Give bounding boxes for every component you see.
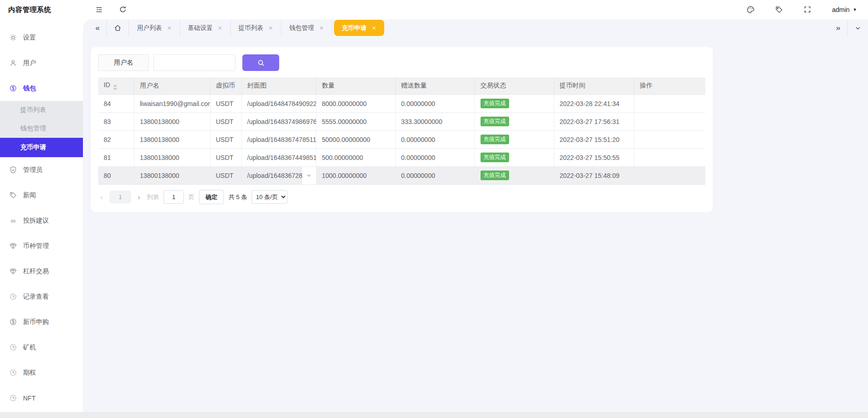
next-page-button[interactable]: ›: [135, 193, 142, 201]
sidebar-item-label: 投拆建议: [23, 217, 49, 225]
close-icon[interactable]: ✕: [319, 25, 324, 31]
sidebar-item-feedback[interactable]: ∞ 投拆建议: [0, 208, 83, 233]
tab-withdraw-list[interactable]: 提币列表 ✕: [231, 19, 281, 36]
sidebar-item-label: 矿机: [23, 343, 36, 352]
cell-status: 充值完成: [475, 130, 554, 148]
table-row-highlighted[interactable]: 80 13800138000 USDT /upload/164836728592…: [98, 166, 705, 184]
cell-amount: 5555.00000000: [316, 112, 395, 130]
cell-time: 2022-03-27 15:50:55: [554, 148, 634, 166]
menu-fold-icon[interactable]: [95, 6, 103, 14]
cell-username: liwaisan1990@gmail.com: [134, 94, 210, 112]
cell-actions: [634, 112, 705, 130]
workspace: « 用户列表 ✕ 基础设置 ✕ 提币列表 ✕: [83, 19, 868, 418]
tab-deposit-apply-active[interactable]: 充币申请 ✕: [334, 20, 384, 36]
caret-down-icon: ▼: [853, 7, 857, 12]
sidebar-item-label: 设置: [23, 34, 36, 42]
tabstrip: « 用户列表 ✕ 基础设置 ✕ 提币列表 ✕: [83, 19, 868, 36]
submenu-item-withdraw-list[interactable]: 提币列表: [0, 101, 83, 119]
close-icon[interactable]: ✕: [167, 25, 171, 31]
tab-label: 提币列表: [239, 24, 264, 32]
submenu-item-wallet-manage[interactable]: 钱包管理: [0, 119, 83, 138]
horizontal-scrollbar[interactable]: [0, 412, 868, 418]
search-field-selector[interactable]: 用户名: [98, 54, 149, 71]
sidebar-item-settings[interactable]: 设置: [0, 25, 83, 50]
cell-coin: USDT: [210, 148, 241, 166]
user-icon: [9, 59, 17, 67]
column-header-id[interactable]: ID: [98, 77, 134, 94]
tab-label: 充币申请: [342, 24, 367, 32]
wallet-submenu: 提币列表 钱包管理 充币申请: [0, 101, 83, 157]
cell-time: 2022-03-27 15:51:20: [554, 130, 634, 148]
cell-cover: /upload/1648367285922126.: [241, 166, 316, 184]
gear-icon: [9, 34, 17, 41]
home-icon[interactable]: [107, 24, 129, 32]
tab-wallet-manage[interactable]: 钱包管理 ✕: [282, 19, 332, 36]
goto-unit-label: 页: [188, 193, 194, 201]
clock-icon: [9, 369, 17, 377]
cell-id: 81: [98, 148, 134, 166]
fullscreen-icon[interactable]: [803, 6, 812, 14]
submenu-item-label: 钱包管理: [20, 124, 46, 133]
cell-cover: /upload/1648367449851889...: [241, 148, 316, 166]
topbar: admin ▼: [83, 0, 868, 19]
status-badge: 充值完成: [481, 135, 509, 144]
sidebar-item-records[interactable]: 记录查看: [0, 284, 83, 309]
column-header-actions: 操作: [634, 77, 705, 94]
theme-palette-icon[interactable]: [746, 6, 755, 14]
sidebar-item-admins[interactable]: 管理员: [0, 157, 83, 183]
sidebar-item-leverage[interactable]: 杠杆交易: [0, 259, 83, 284]
sidebar-item-coin-manage[interactable]: 币种管理: [0, 233, 83, 259]
table-row[interactable]: 83 13800138000 USDT /upload/164837498697…: [98, 112, 705, 130]
status-badge: 充值完成: [481, 99, 509, 108]
goto-confirm-button[interactable]: 确定: [199, 190, 224, 204]
cell-username: 13800138000: [134, 130, 210, 148]
status-badge: 充值完成: [481, 171, 509, 180]
tag-icon[interactable]: [775, 6, 783, 14]
tab-user-list[interactable]: 用户列表 ✕: [129, 19, 179, 36]
tab-basic-settings[interactable]: 基础设置 ✕: [180, 19, 230, 36]
table-row[interactable]: 84 liwaisan1990@gmail.com USDT /upload/1…: [98, 94, 705, 112]
page-number-button[interactable]: 1: [110, 191, 131, 203]
prev-page-button[interactable]: ‹: [98, 193, 105, 201]
sidebar-item-nft[interactable]: NFT: [0, 385, 83, 411]
submenu-item-deposit-apply[interactable]: 充币申请: [0, 138, 83, 157]
close-icon[interactable]: ✕: [372, 25, 376, 31]
pagination: ‹ 1 › 到第 页 确定 共 5 条 10 条/页: [98, 190, 705, 205]
cell-id: 83: [98, 112, 134, 130]
column-header-amount: 数量: [316, 77, 395, 94]
search-button[interactable]: [242, 54, 279, 71]
page-size-select[interactable]: 10 条/页: [252, 190, 287, 204]
cell-coin: USDT: [210, 94, 241, 112]
close-icon[interactable]: ✕: [269, 25, 273, 31]
tabs-menu-chevron-down-icon[interactable]: [848, 25, 868, 31]
sidebar-item-wallet[interactable]: 钱包: [0, 76, 83, 101]
cell-status: 充值完成: [475, 112, 554, 130]
user-menu[interactable]: admin ▼: [832, 6, 857, 13]
table-row[interactable]: 81 13800138000 USDT /upload/164836744985…: [98, 148, 705, 166]
cell-username: 13800138000: [134, 148, 210, 166]
sidebar-item-users[interactable]: 用户: [0, 50, 83, 76]
submenu-item-label: 充币申请: [20, 143, 46, 152]
goto-page-input[interactable]: [164, 190, 184, 204]
search-input[interactable]: [153, 54, 235, 71]
sidebar-item-new-coin[interactable]: 新币申购: [0, 309, 83, 335]
cell-amount: 8000.00000000: [316, 94, 395, 112]
cell-amount: 50000.00000000: [316, 130, 395, 148]
username: admin: [832, 6, 850, 13]
gem-icon: [9, 267, 17, 275]
sidebar-item-miner[interactable]: 矿机: [0, 335, 83, 360]
refresh-icon[interactable]: [119, 6, 127, 14]
sort-icon[interactable]: [113, 84, 117, 90]
close-icon[interactable]: ✕: [218, 25, 223, 31]
sidebar-item-news[interactable]: 新闻: [0, 183, 83, 208]
sidebar-item-options[interactable]: 期权: [0, 360, 83, 385]
expand-chevron-down-icon[interactable]: [302, 167, 316, 184]
cell-actions: [634, 94, 705, 112]
tabs-scroll-right-button[interactable]: »: [829, 24, 847, 33]
cell-actions: [634, 130, 705, 148]
table-row[interactable]: 82 13800138000 USDT /upload/164836747851…: [98, 130, 705, 148]
content-card: 用户名 ID: [91, 47, 713, 212]
tabs-scroll-left-button[interactable]: «: [88, 24, 106, 33]
status-badge: 充值完成: [481, 117, 509, 126]
dollar-circle-icon: [9, 318, 17, 326]
